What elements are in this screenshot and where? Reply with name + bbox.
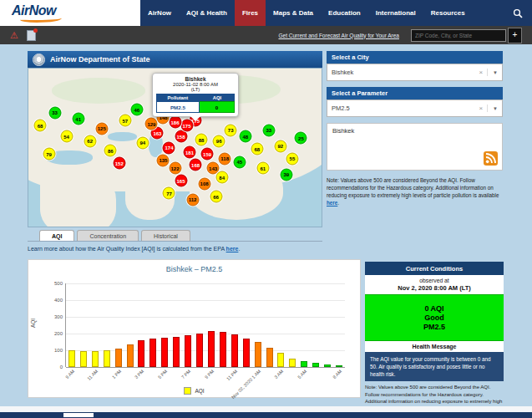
zip-search-input[interactable]	[411, 29, 506, 42]
aqi-marker[interactable]: 46	[130, 104, 143, 116]
chart-bar	[173, 337, 180, 367]
aqi-marker[interactable]: 61	[256, 162, 269, 175]
aqi-marker[interactable]: 159	[201, 148, 214, 161]
learn-more-link[interactable]: here	[226, 246, 239, 252]
aqi-marker[interactable]: 77	[163, 187, 175, 200]
y-axis-tick: 200	[46, 331, 63, 336]
sidebar-note-body: Note: Values above 500 are considered Be…	[327, 177, 499, 198]
popup-table-row: PM2.5 0	[156, 101, 235, 113]
aqi-marker[interactable]: 108	[198, 177, 210, 190]
popup-table-header: Pollutant AQI	[156, 94, 235, 101]
sidebar-note-link[interactable]: here	[327, 200, 337, 206]
parameter-chevron-down-icon[interactable]: ▼	[488, 106, 498, 111]
current-conditions-title: Current Conditions	[365, 262, 504, 275]
nav-education[interactable]: Education	[321, 0, 368, 26]
parameter-dropdown[interactable]: PM2.5 × ▼	[327, 99, 503, 117]
chart-bar	[68, 350, 75, 367]
learn-more-suffix: .	[238, 246, 240, 252]
aqi-marker[interactable]: 41	[72, 113, 84, 125]
aqi-marker[interactable]: 73	[225, 124, 237, 136]
aqi-marker[interactable]: 125	[95, 122, 108, 135]
popup-aqi-value: 0	[200, 101, 235, 113]
zip-search-button[interactable]: +	[508, 28, 522, 43]
aqi-marker[interactable]: 112	[186, 193, 199, 206]
y-axis-tick: 100	[46, 348, 63, 353]
city-chevron-down-icon[interactable]: ▼	[488, 70, 498, 75]
aqi-marker[interactable]: 45	[233, 155, 246, 168]
chart-plot[interactable]: 01002003004005009 AM11 AM1 PM3 PM5 PM7 P…	[65, 283, 345, 367]
alert-warning-icon[interactable]: ⚠	[10, 31, 18, 40]
nav-resources[interactable]: Resources	[423, 0, 473, 26]
sidebar-note: Note: Values above 500 are considered Be…	[327, 176, 503, 207]
rss-icon[interactable]	[484, 151, 498, 166]
aqi-marker[interactable]: 48	[239, 130, 251, 143]
search-icon[interactable]	[504, 0, 532, 26]
y-axis-tick: 400	[46, 298, 63, 303]
aqi-marker[interactable]: 118	[219, 152, 231, 165]
chart-bar	[312, 363, 319, 367]
aqi-marker[interactable]: 54	[60, 130, 73, 143]
nav-aqi-health[interactable]: AQI & Health	[179, 0, 235, 26]
tab-concentration[interactable]: Concentration	[77, 230, 139, 241]
chart-legend[interactable]: AQI	[28, 387, 360, 395]
aqi-marker[interactable]: 122	[169, 162, 181, 175]
chart-bar	[80, 351, 87, 367]
aqi-marker[interactable]: 66	[210, 191, 222, 203]
city-clear-icon[interactable]: ×	[474, 69, 488, 76]
airnow-logo[interactable]: AirNow	[12, 3, 62, 23]
aqi-marker[interactable]: 79	[43, 148, 55, 161]
chart-bar	[301, 361, 307, 367]
aqi-marker[interactable]: 168	[190, 159, 202, 171]
chart-y-axis-label: AQI	[30, 319, 36, 328]
aqi-chart-panel: Bishkek – PM2.5 AQI 01002003004005009 AM…	[28, 259, 361, 398]
aqi-marker[interactable]: 88	[195, 134, 208, 146]
tab-aqi[interactable]: AQI	[39, 230, 74, 241]
aqi-marker[interactable]: 68	[251, 143, 263, 155]
health-message-text: The AQI value for your community is betw…	[365, 352, 504, 381]
rss-city-label: Bishkek	[327, 124, 502, 138]
aqi-marker[interactable]: 129	[145, 118, 158, 130]
aqi-marker[interactable]: 55	[286, 152, 298, 165]
aqi-marker[interactable]: 39	[280, 168, 292, 181]
nav-international[interactable]: International	[368, 0, 423, 26]
aqi-marker[interactable]: 94	[136, 136, 149, 149]
aqi-marker[interactable]: 68	[34, 120, 47, 132]
aqi-marker[interactable]: 181	[184, 146, 196, 159]
aqi-marker[interactable]: 174	[163, 141, 175, 154]
aqi-marker[interactable]: 165	[175, 175, 187, 187]
y-axis-tick: 0	[46, 364, 63, 370]
aqi-marker[interactable]: 92	[274, 140, 286, 152]
notification-flag-icon[interactable]	[27, 30, 36, 41]
parameter-clear-icon[interactable]: ×	[474, 104, 488, 112]
aqi-map[interactable]: Bishkek 2020-11-02 8:00 AM (LT) Pollutan…	[28, 68, 322, 227]
tab-historical[interactable]: Historical	[141, 230, 190, 241]
aqi-marker[interactable]: 62	[84, 135, 96, 147]
aqi-marker[interactable]: 33	[262, 124, 275, 136]
nav-fires[interactable]: Fires	[235, 0, 266, 26]
legend-label: AQI	[195, 388, 204, 394]
forecast-link[interactable]: Get Current and Forecast Air Quality for…	[278, 33, 399, 38]
aqi-marker[interactable]: 33	[48, 106, 61, 119]
aqi-marker[interactable]: 25	[295, 132, 307, 145]
select-city-label: Select a City	[332, 54, 369, 61]
map-tabs: AQI Concentration Historical	[28, 228, 322, 242]
rss-panel: Bishkek	[327, 123, 503, 171]
aqi-marker[interactable]: 186	[169, 116, 181, 129]
chart-bar	[277, 353, 284, 367]
chart-bar	[138, 340, 144, 367]
nav-airnow[interactable]: AirNow	[140, 0, 179, 26]
chart-bar	[324, 364, 331, 367]
dos-seal-icon	[33, 54, 45, 66]
aqi-marker[interactable]: 96	[213, 135, 225, 147]
popup-pollutant-value[interactable]: PM2.5	[156, 101, 200, 113]
aqi-marker[interactable]: 152	[113, 157, 125, 170]
aqi-marker[interactable]: 135	[157, 154, 170, 166]
city-dropdown[interactable]: Bishkek × ▼	[327, 64, 503, 81]
chart-bar	[336, 365, 342, 367]
aqi-marker[interactable]: 86	[104, 145, 117, 157]
pre-footer-strip	[0, 406, 532, 412]
aqi-marker[interactable]: 84	[215, 171, 228, 184]
aqi-marker[interactable]: 158	[175, 130, 187, 143]
nav-maps-data[interactable]: Maps & Data	[266, 0, 321, 26]
aqi-marker[interactable]: 57	[119, 115, 131, 127]
